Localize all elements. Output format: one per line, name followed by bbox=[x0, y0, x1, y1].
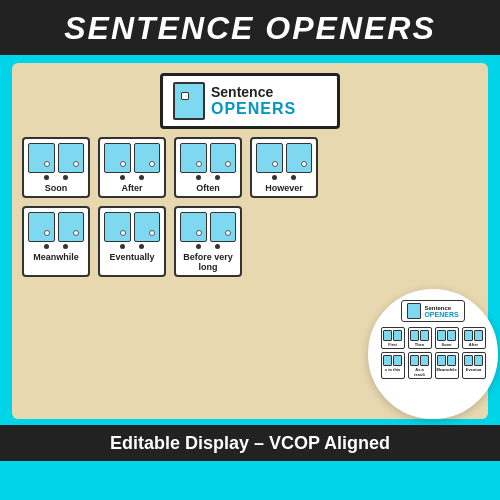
circle-mini-row-1: First Then Soon bbox=[381, 327, 486, 349]
board-header: Sentence OPENERS bbox=[22, 73, 478, 129]
mini-door-first: First bbox=[381, 327, 405, 349]
door-label-however: However bbox=[265, 183, 303, 193]
mini-door-stothis: s to this bbox=[381, 352, 405, 379]
mini-door-soon: Soon bbox=[435, 327, 459, 349]
mini-panel-r bbox=[447, 355, 456, 366]
knob-left bbox=[196, 244, 201, 249]
mini-door-panels bbox=[383, 355, 402, 366]
mini-label-stothis: s to this bbox=[385, 367, 400, 372]
door-panels bbox=[180, 212, 236, 242]
knob-right bbox=[63, 175, 68, 180]
mini-panel-r bbox=[420, 355, 429, 366]
mini-door-meanwhile: Meanwhile bbox=[435, 352, 459, 379]
mini-door-after: After bbox=[462, 327, 486, 349]
door-label-meanwhile: Meanwhile bbox=[33, 252, 79, 262]
mini-panel-l bbox=[410, 330, 419, 341]
door-panel-left bbox=[180, 143, 207, 173]
mini-door-panels bbox=[464, 330, 483, 341]
mini-panel-l bbox=[464, 355, 473, 366]
door-card-however: However bbox=[250, 137, 318, 198]
door-panel-left bbox=[180, 212, 207, 242]
board: Sentence OPENERS Soon bbox=[12, 63, 488, 419]
door-card-after: After bbox=[98, 137, 166, 198]
door-panel-right bbox=[58, 143, 85, 173]
door-panel-left bbox=[28, 212, 55, 242]
mini-door-panels bbox=[410, 330, 429, 341]
door-row-2: Meanwhile Eventually bbox=[22, 206, 478, 277]
mini-door-panels bbox=[437, 330, 456, 341]
door-panel-right bbox=[134, 143, 161, 173]
mini-panel-l bbox=[437, 330, 446, 341]
door-panels bbox=[104, 212, 160, 242]
knob-left bbox=[120, 244, 125, 249]
knob-right bbox=[63, 244, 68, 249]
circle-door-icon bbox=[407, 303, 421, 319]
mini-label-asaresult: As a result bbox=[411, 367, 429, 377]
door-panel-right bbox=[58, 212, 85, 242]
door-label-before-very-long: Before very long bbox=[180, 252, 236, 272]
door-panels bbox=[180, 143, 236, 173]
mini-panel-r bbox=[474, 330, 483, 341]
circle-overlay: Sentence OPENERS First bbox=[368, 289, 498, 419]
door-knobs bbox=[120, 244, 144, 249]
page-title: SENTENCE OPENERS bbox=[0, 0, 500, 55]
mini-panel-r bbox=[393, 330, 402, 341]
header-text: Sentence OPENERS bbox=[211, 85, 296, 118]
mini-door-then: Then bbox=[408, 327, 432, 349]
mini-label-meanwhile: Meanwhile bbox=[436, 367, 456, 372]
door-knobs bbox=[196, 244, 220, 249]
knob-left bbox=[272, 175, 277, 180]
door-panels bbox=[28, 143, 84, 173]
knob-right bbox=[139, 175, 144, 180]
circle-mini-row-2: s to this As a result Meanwhile bbox=[381, 352, 486, 379]
door-panel-right bbox=[210, 212, 237, 242]
knob-right bbox=[139, 244, 144, 249]
door-knobs bbox=[272, 175, 296, 180]
mini-panel-r bbox=[447, 330, 456, 341]
door-label-after: After bbox=[121, 183, 142, 193]
door-panel-right bbox=[134, 212, 161, 242]
knob-left bbox=[44, 244, 49, 249]
knob-left bbox=[44, 175, 49, 180]
mini-panel-l bbox=[437, 355, 446, 366]
knob-right bbox=[215, 244, 220, 249]
door-knobs bbox=[44, 175, 68, 180]
door-panel-right bbox=[210, 143, 237, 173]
mini-panel-r bbox=[420, 330, 429, 341]
door-panels bbox=[104, 143, 160, 173]
door-label-soon: Soon bbox=[45, 183, 68, 193]
door-panel-right bbox=[286, 143, 313, 173]
mini-door-eventua: Eventua bbox=[462, 352, 486, 379]
mini-panel-r bbox=[393, 355, 402, 366]
header-card: Sentence OPENERS bbox=[160, 73, 340, 129]
door-row-1: Soon After bbox=[22, 137, 478, 198]
mini-door-panels bbox=[464, 355, 483, 366]
mini-door-panels bbox=[437, 355, 456, 366]
mini-label-soon: Soon bbox=[442, 342, 452, 347]
door-panel-left bbox=[104, 143, 131, 173]
knob-right bbox=[291, 175, 296, 180]
mini-panel-l bbox=[383, 355, 392, 366]
header-door-icon bbox=[173, 82, 205, 120]
door-card-before-very-long: Before very long bbox=[174, 206, 242, 277]
door-card-often: Often bbox=[174, 137, 242, 198]
mini-door-asaresult: As a result bbox=[408, 352, 432, 379]
mini-panel-r bbox=[474, 355, 483, 366]
door-card-eventually: Eventually bbox=[98, 206, 166, 277]
door-label-eventually: Eventually bbox=[109, 252, 154, 262]
main-area: Sentence OPENERS Soon bbox=[0, 55, 500, 425]
bottom-bar: Editable Display – VCOP Aligned bbox=[0, 425, 500, 461]
mini-panel-l bbox=[410, 355, 419, 366]
door-knobs bbox=[44, 244, 68, 249]
circle-word2: OPENERS bbox=[424, 311, 458, 318]
mini-panel-l bbox=[464, 330, 473, 341]
header-word2: OPENERS bbox=[211, 100, 296, 118]
door-panel-left bbox=[28, 143, 55, 173]
door-knobs bbox=[196, 175, 220, 180]
knob-right bbox=[215, 175, 220, 180]
door-card-meanwhile: Meanwhile bbox=[22, 206, 90, 277]
mini-label-after: After bbox=[469, 342, 478, 347]
door-panels bbox=[256, 143, 312, 173]
door-panel-left bbox=[104, 212, 131, 242]
header-word1: Sentence bbox=[211, 85, 296, 100]
